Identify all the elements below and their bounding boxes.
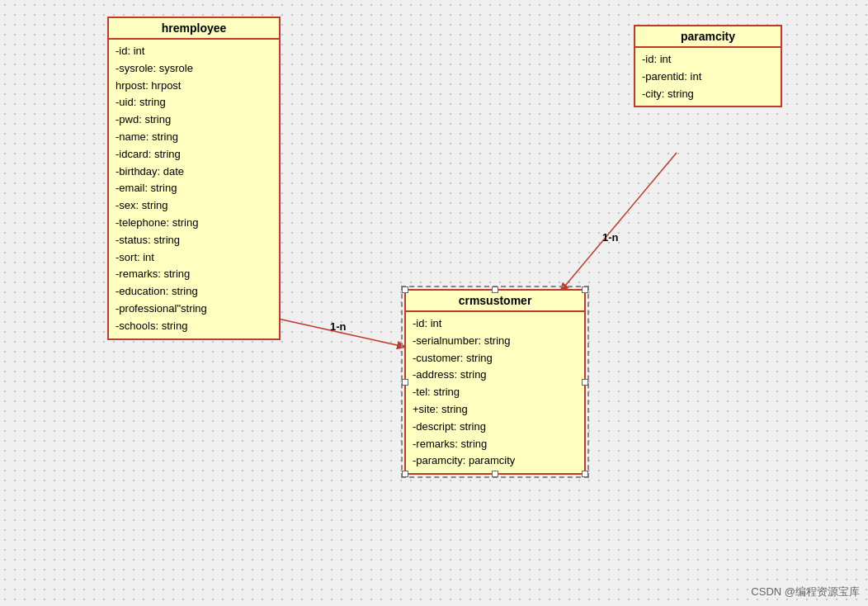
pc-field-parentid: -parentid: int xyxy=(642,69,774,86)
field-name: -name: string xyxy=(116,129,272,146)
field-professional: -professional"string xyxy=(116,301,272,318)
cs-field-descript: -descript: string xyxy=(413,419,578,436)
field-hrpost: hrpost: hrpost xyxy=(116,78,272,95)
field-schools: -schools: string xyxy=(116,318,272,335)
handle-bl[interactable] xyxy=(402,471,408,477)
crmsustomer-header: crmsustomer xyxy=(406,291,584,312)
field-remarks: -remarks: string xyxy=(116,266,272,283)
handle-tl[interactable] xyxy=(402,286,408,293)
field-uid: -uid: string xyxy=(116,94,272,111)
field-sysrole: -sysrole: sysrole xyxy=(116,60,272,78)
handle-tm[interactable] xyxy=(492,286,498,293)
crmsustomer-body: -id: int -serialnumber: string -customer… xyxy=(406,312,584,473)
field-id: -id: int xyxy=(116,43,272,60)
field-birthday: -birthday: date xyxy=(116,163,272,181)
hremployee-class: hremployee -id: int -sysrole: sysrole hr… xyxy=(107,17,281,340)
field-sort: -sort: int xyxy=(116,249,272,267)
paramcity-body: -id: int -parentid: int -city: string xyxy=(635,48,781,106)
field-sex: -sex: string xyxy=(116,197,272,215)
handle-tr[interactable] xyxy=(582,286,588,293)
pc-field-city: -city: string xyxy=(642,86,774,103)
cs-field-address: -address: string xyxy=(413,367,578,384)
arrow2-label: 1-n xyxy=(602,231,619,244)
handle-br[interactable] xyxy=(582,471,588,477)
paramcity-class: paramcity -id: int -parentid: int -city:… xyxy=(634,25,782,107)
field-pwd: -pwd: string xyxy=(116,111,272,129)
cs-field-tel: -tel: string xyxy=(413,384,578,401)
field-education: -education: string xyxy=(116,283,272,301)
hremployee-body: -id: int -sysrole: sysrole hrpost: hrpos… xyxy=(109,40,279,339)
arrow1-label: 1-n xyxy=(330,320,347,333)
cs-field-serialnumber: -serialnumber: string xyxy=(413,333,578,350)
handle-ml[interactable] xyxy=(402,379,408,386)
pc-field-id: -id: int xyxy=(642,51,774,69)
cs-field-id: -id: int xyxy=(413,315,578,333)
field-email: -email: string xyxy=(116,180,272,197)
watermark: CSDN @编程资源宝库 xyxy=(751,585,860,599)
handle-bm[interactable] xyxy=(492,471,498,477)
field-idcard: -idcard: string xyxy=(116,146,272,163)
cs-field-paramcity: -paramcity: paramcity xyxy=(413,452,578,470)
svg-line-1 xyxy=(561,153,677,291)
field-telephone: -telephone: string xyxy=(116,215,272,232)
paramcity-header: paramcity xyxy=(635,26,781,48)
field-status: -status: string xyxy=(116,232,272,249)
crmsustomer-class[interactable]: crmsustomer -id: int -serialnumber: stri… xyxy=(404,289,586,475)
handle-mr[interactable] xyxy=(582,379,588,386)
cs-field-remarks: -remarks: string xyxy=(413,436,578,453)
cs-field-customer: -customer: string xyxy=(413,350,578,367)
cs-field-site: +site: string xyxy=(413,401,578,419)
hremployee-header: hremployee xyxy=(109,18,279,40)
